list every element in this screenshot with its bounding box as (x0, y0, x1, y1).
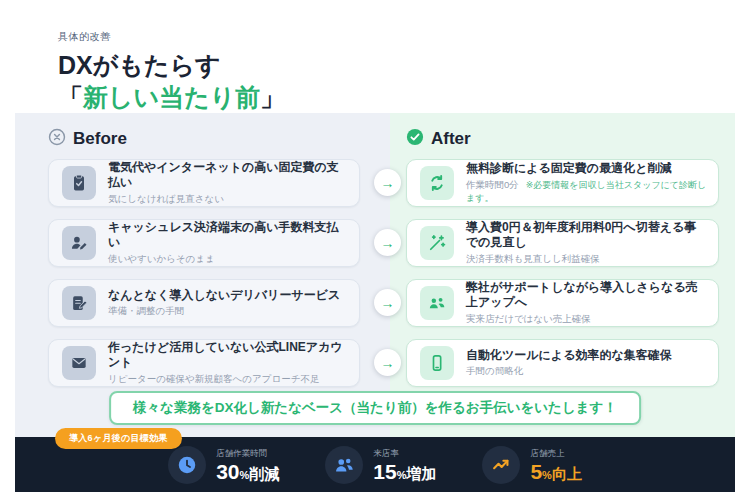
card-subtitle: 準備・調整の手間 (108, 305, 340, 318)
card-subtitle: 気にしなければ見直さない (108, 193, 349, 206)
slide: 具体的改善 DXがもたらす 「新しい当たり前」 Before (0, 0, 750, 500)
title-highlight: 新しい当たり前 (83, 83, 260, 111)
team-icon (420, 286, 454, 320)
after-header: After (406, 129, 719, 149)
magic-wand-icon (420, 226, 454, 260)
stat-store-sales: 店舗売上 5%向上 (482, 446, 581, 484)
user-pen-icon (62, 226, 96, 260)
trend-up-icon (482, 446, 520, 484)
refresh-icon (420, 166, 454, 200)
card-subtitle: 作業時間0分 (466, 179, 519, 190)
stat-work-time: 店舗作業時間 30%削減 (168, 446, 279, 484)
arrow-right-icon: → (374, 229, 401, 256)
card-title: 導入費0円＆初年度利用料0円へ切替える事での見直し (466, 220, 708, 250)
smartphone-icon (420, 346, 454, 380)
users-icon (325, 446, 363, 484)
stat-label: 店舗作業時間 (216, 448, 279, 460)
card-title: なんとなく導入しないデリバリーサービス (108, 288, 340, 303)
title-bracket-close: 」 (260, 83, 285, 111)
card-title: 作ったけど活用していない公式LINEアカウント (108, 340, 349, 370)
card-title: キャッシュレス決済端末の高い手数料支払い (108, 220, 349, 250)
stat-value: 5%向上 (530, 461, 581, 482)
before-cards: 電気代やインターネットの高い固定費の支払い 気にしなければ見直さない キャッシュ… (48, 159, 360, 387)
after-card: 導入費0円＆初年度利用料0円へ切替える事での見直し 決済手数料も見直しし利益確保 (406, 219, 719, 267)
clock-icon (168, 446, 206, 484)
after-card: 弊社がサポートしながら導入しさらなる売上アップへ 実来店だけではない売上確保 (406, 279, 719, 327)
after-card: 無料診断による固定費の最適化と削減 作業時間0分※必要情報を回収し当社スタッフに… (406, 159, 719, 207)
stat-value: 15%増加 (373, 461, 436, 482)
before-card: 作ったけど活用していない公式LINEアカウント リピーターの確保や新規顧客へのア… (48, 339, 360, 387)
eyebrow-label: 具体的改善 (58, 30, 750, 44)
before-card: なんとなく導入しないデリバリーサービス 準備・調整の手間 (48, 279, 360, 327)
arrow-right-icon: → (374, 289, 401, 316)
after-label: After (431, 129, 471, 149)
clipboard-pen-icon (62, 286, 96, 320)
check-circle-icon (406, 128, 424, 150)
after-card: 自動化ツールによる効率的な集客確保 手間の簡略化 (406, 339, 719, 387)
card-subtitle: 手間の簡略化 (466, 365, 523, 376)
card-subtitle: 決済手数料も見直しし利益確保 (466, 253, 600, 264)
card-title: 無料診断による固定費の最適化と削減 (466, 161, 708, 176)
x-circle-icon (48, 128, 66, 150)
page-title: DXがもたらす 「新しい当たり前」 (58, 49, 750, 113)
after-panel: After 無料診断による固定費の最適化と削減 作業時間0分※必要情報を回収し当… (390, 113, 735, 437)
summary-banner: 様々な業務をDX化し新たなベース（当たり前）を作るお手伝いをいたします！ (109, 391, 641, 425)
card-subtitle: リピーターの確保や新規顧客へのアプローチ不足 (108, 373, 349, 386)
card-title: 弊社がサポートしながら導入しさらなる売上アップへ (466, 280, 708, 310)
clipboard-check-icon (62, 166, 96, 200)
stat-visit-rate: 来店率 15%増加 (325, 446, 436, 484)
card-title: 自動化ツールによる効率的な集客確保 (466, 348, 672, 363)
stat-label: 店舗売上 (530, 448, 581, 460)
before-card: 電気代やインターネットの高い固定費の支払い 気にしなければ見直さない (48, 159, 360, 207)
arrow-right-icon: → (374, 169, 401, 196)
stat-label: 来店率 (373, 448, 436, 460)
stat-value: 30%削減 (216, 461, 279, 482)
before-card: キャッシュレス決済端末の高い手数料支払い 使いやすいからそのまま (48, 219, 360, 267)
card-subtitle: 実来店だけではない売上確保 (466, 313, 591, 324)
arrow-right-icon: → (374, 349, 401, 376)
envelope-icon (62, 346, 96, 380)
comparison-area: Before 電気代やインターネットの高い固定費の支払い 気にしなければ見直さな… (15, 113, 735, 437)
title-line1: DXがもたらす (58, 51, 221, 79)
before-header: Before (48, 129, 360, 149)
header: 具体的改善 DXがもたらす 「新しい当たり前」 (0, 0, 750, 113)
before-panel: Before 電気代やインターネットの高い固定費の支払い 気にしなければ見直さな… (15, 113, 390, 437)
title-bracket-open: 「 (58, 83, 83, 111)
before-label: Before (73, 129, 127, 149)
card-subtitle: 使いやすいからそのまま (108, 253, 349, 266)
after-cards: 無料診断による固定費の最適化と削減 作業時間0分※必要情報を回収し当社スタッフに… (406, 159, 719, 387)
footer: 導入6ヶ月後の目標効果 店舗作業時間 30%削減 来店率 15%増加 (15, 437, 735, 492)
card-title: 電気代やインターネットの高い固定費の支払い (108, 160, 349, 190)
goal-badge: 導入6ヶ月後の目標効果 (55, 428, 182, 449)
